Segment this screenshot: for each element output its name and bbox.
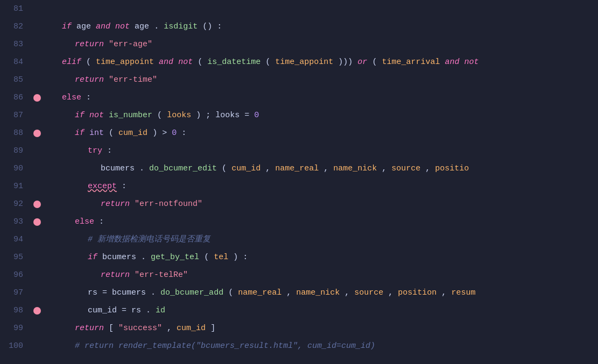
kw-not-84: not (178, 58, 193, 67)
str-err-time-85: "err-time" (109, 75, 157, 84)
code-line-92: return "err-notfound" (49, 195, 598, 213)
colon-88: : (181, 129, 186, 138)
paren-87: ( (157, 111, 162, 120)
line-content-84: elif ( time_appoint and not ( is_datetim… (49, 53, 479, 71)
comma3-90: , (382, 164, 391, 173)
line-content-100: # return render_template("bcumers_result… (49, 337, 375, 355)
line-num-83: 83 (0, 35, 23, 53)
param-source-90: source (391, 164, 420, 173)
paren-close3-84: ))) (338, 58, 353, 67)
colon-89: : (107, 146, 112, 155)
param-cum-id-99: cum_id (177, 324, 206, 333)
param-name-nick-97: name_nick (296, 288, 340, 297)
gutter-96 (30, 266, 45, 284)
gutter (30, 0, 45, 364)
kw-return-99: return (75, 324, 104, 333)
paren-open-88: ( (109, 129, 114, 138)
line-num-95: 95 (0, 248, 23, 266)
code-line-89: try : (49, 142, 598, 160)
kw-if-88: if (75, 129, 85, 138)
line-num-92: 92 (0, 195, 23, 213)
line-num-84: 84 (0, 53, 23, 71)
method-get-by-tel-95: get_by_tel (151, 253, 199, 262)
method-do-bcumer-edit-90: do_bcumer_edit (149, 164, 217, 173)
semicolon-87: ; (206, 111, 210, 120)
gutter-82 (30, 18, 45, 35)
gutter-99 (30, 319, 45, 337)
param-resum-97: resum (451, 288, 475, 297)
comma-99: , (167, 324, 177, 333)
kw-elif-84: elif (62, 58, 81, 67)
method-id-98: id (156, 306, 165, 315)
line-content-99: return [ "success" , cum_id ] (49, 319, 215, 337)
comment-94: # 新增数据检测电话号码是否重复 (88, 235, 210, 244)
var-cum-id-98: cum_id (88, 306, 117, 315)
line-content-87: if not is_number ( looks ) ; looks = 0 (49, 106, 259, 124)
space-95: bcumers (102, 253, 136, 262)
paren-open2-84: ( (198, 58, 202, 67)
param-cum-id-88: cum_id (118, 129, 147, 138)
str-err-notfound-92: "err-notfound" (135, 199, 202, 209)
dot-90: . (139, 164, 144, 173)
line-numbers: 81 82 83 84 85 86 87 88 89 90 91 92 93 9… (0, 0, 30, 364)
line-content-86: else : (49, 89, 91, 106)
func-is-datetime-84: is_datetime (207, 58, 261, 67)
space3-87: looks (215, 111, 244, 120)
comma1-97: , (286, 288, 296, 297)
paren-82: () (202, 22, 212, 31)
kw-if-87: if (75, 111, 85, 120)
kw-if-95: if (88, 253, 97, 262)
line-content-91: except : (49, 177, 126, 195)
line-content-83: return "err-age" (49, 35, 152, 53)
code-line-95: if bcumers . get_by_tel ( tel ) : (49, 248, 598, 266)
line-num-97: 97 (0, 284, 23, 302)
dot-95: . (141, 253, 146, 262)
code-content[interactable]: if age and not age . isdigit () : return… (45, 0, 598, 364)
breakpoint-98[interactable] (33, 307, 41, 315)
comment-100: # return render_template("bcumers_result… (75, 341, 375, 351)
code-line-100: # return render_template("bcumers_result… (49, 337, 598, 355)
kw-return-85: return (75, 75, 104, 84)
line-num-91: 91 (0, 177, 23, 195)
line-num-99: 99 (0, 319, 23, 337)
breakpoint-88[interactable] (33, 130, 41, 137)
line-content-97: rs = bcumers . do_bcumer_add ( name_real… (49, 284, 475, 302)
gutter-92 (30, 195, 45, 213)
gutter-86 (30, 89, 45, 106)
kw-int-88: int (89, 129, 104, 138)
kw-not-82: not (115, 22, 130, 31)
param-name-real-90: name_real (275, 164, 319, 173)
code-line-85: return "err-time" (49, 71, 598, 89)
breakpoint-92[interactable] (33, 201, 41, 208)
gutter-93 (30, 213, 45, 231)
gutter-97 (30, 284, 45, 302)
line-content-88: if int ( cum_id ) > 0 : (49, 124, 186, 142)
assign-97: = (102, 288, 112, 297)
param-cum-id-90: cum_id (231, 164, 261, 173)
line-content-85: return "err-time" (49, 71, 157, 89)
colon-93: : (99, 217, 104, 226)
param-source-97: source (354, 288, 383, 297)
line-content-95: if bcumers . get_by_tel ( tel ) : (49, 248, 248, 266)
var-age2-82: age (135, 22, 149, 31)
comma4-97: , (441, 288, 451, 297)
gutter-95 (30, 248, 45, 266)
gutter-81 (30, 0, 45, 18)
kw-not2-84: not (465, 58, 479, 67)
breakpoint-86[interactable] (33, 94, 41, 102)
breakpoint-93[interactable] (33, 218, 41, 226)
str-err-telre-96: "err-telRe" (135, 270, 188, 280)
code-line-84: elif ( time_appoint and not ( is_datetim… (49, 53, 598, 71)
param-time-appoint2-84: time_appoint (275, 58, 333, 67)
line-num-81: 81 (0, 0, 23, 18)
line-content-82: if age and not age . isdigit () : (49, 18, 222, 35)
paren-open-97: ( (228, 288, 233, 297)
gutter-84 (30, 53, 45, 71)
code-line-81 (49, 0, 598, 18)
gutter-87 (30, 106, 45, 124)
code-line-90: bcumers . do_bcumer_edit ( cum_id , name… (49, 160, 598, 177)
param-name-nick-90: name_nick (333, 164, 377, 173)
var-age-82: age (76, 22, 96, 31)
paren-close-88: ) (152, 129, 157, 138)
line-num-85: 85 (0, 71, 23, 89)
